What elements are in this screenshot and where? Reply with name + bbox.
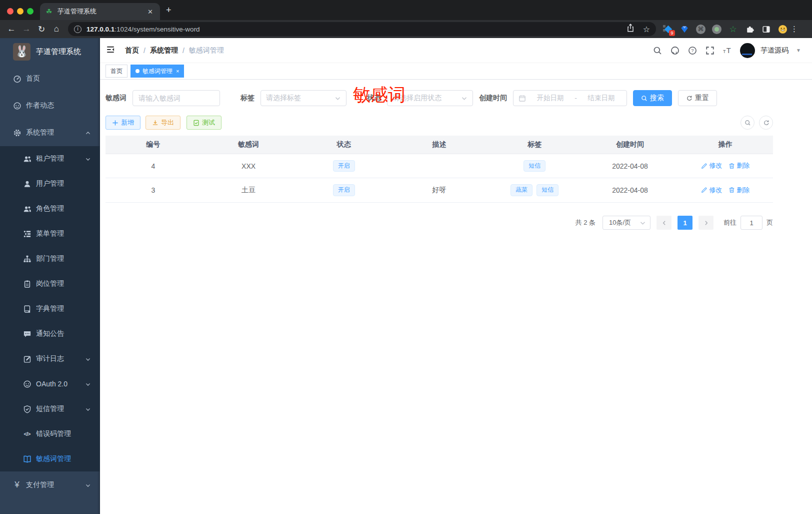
org-icon bbox=[22, 254, 32, 263]
page-number-button[interactable]: 1 bbox=[678, 216, 692, 230]
toggle-search-icon[interactable] bbox=[740, 116, 754, 130]
users-icon bbox=[22, 154, 32, 163]
share-icon[interactable] bbox=[626, 24, 635, 35]
extension-gem-icon[interactable] bbox=[680, 24, 690, 34]
tab-close-icon[interactable]: × bbox=[176, 68, 179, 74]
openbook-icon bbox=[22, 454, 32, 463]
table-header-cell: 状态 bbox=[296, 140, 392, 149]
address-bar[interactable]: i 127.0.0.1:1024/system/sensitive-word ☆ bbox=[68, 22, 656, 36]
sidebar-item-menu[interactable]: 菜单管理 bbox=[0, 221, 100, 246]
new-tab-button[interactable]: + bbox=[166, 5, 172, 15]
sidebar-fold-icon[interactable] bbox=[106, 45, 117, 56]
user-caret-icon[interactable]: ▼ bbox=[796, 48, 801, 53]
table-header-cell: 创建时间 bbox=[582, 140, 678, 149]
extension-star-icon[interactable]: ☆ bbox=[728, 24, 738, 34]
minimize-window-button[interactable] bbox=[17, 8, 24, 15]
refresh-table-icon[interactable] bbox=[759, 116, 773, 130]
export-button[interactable]: 导出 bbox=[146, 116, 180, 130]
gear-icon bbox=[12, 128, 22, 137]
tag-select[interactable]: 请选择标签 bbox=[260, 90, 346, 106]
sidebar-item-errcode[interactable]: </>错误码管理 bbox=[0, 421, 100, 446]
sidebar-item-post[interactable]: 岗位管理 bbox=[0, 271, 100, 296]
sidebar-item-tenant[interactable]: 租户管理 bbox=[0, 146, 100, 171]
table-header-row: 编号敏感词状态描述标签创建时间操作 bbox=[106, 136, 773, 154]
active-tab-dot bbox=[136, 69, 140, 73]
sidebar-item-dict[interactable]: 字典管理 bbox=[0, 296, 100, 321]
browser-menu-icon[interactable]: ⋮ bbox=[790, 25, 798, 34]
github-icon[interactable] bbox=[670, 46, 680, 56]
message-icon bbox=[22, 329, 32, 338]
font-size-icon[interactable]: TT bbox=[722, 46, 732, 56]
content: 敏感词 标签 请选择标签 状态 请选择启用状态 bbox=[100, 80, 812, 514]
profile-avatar-icon[interactable] bbox=[778, 24, 788, 34]
trash-icon bbox=[728, 187, 735, 193]
sidebar-item-oauth[interactable]: OAuth 2.0 bbox=[0, 371, 100, 396]
sidebar-item-user[interactable]: 用户管理 bbox=[0, 171, 100, 196]
search-button[interactable]: 搜索 bbox=[633, 90, 672, 106]
breadcrumb-system[interactable]: 系统管理 bbox=[150, 46, 178, 55]
sidebar-item-system[interactable]: 系统管理 bbox=[0, 119, 100, 146]
sidebar-item-pay[interactable]: ¥支付管理 bbox=[0, 471, 100, 498]
sidebar-item-notice[interactable]: 通知公告 bbox=[0, 321, 100, 346]
prev-page-button[interactable] bbox=[656, 216, 672, 230]
search-icon[interactable] bbox=[652, 46, 662, 56]
breadcrumb-home[interactable]: 首页 bbox=[125, 46, 139, 55]
tab-sensitive-word[interactable]: 敏感词管理 × bbox=[130, 65, 184, 78]
help-icon[interactable]: ? bbox=[688, 46, 698, 56]
goto-page-input[interactable] bbox=[740, 216, 762, 230]
delete-link[interactable]: 删除 bbox=[728, 186, 750, 195]
reset-button[interactable]: 重置 bbox=[678, 90, 717, 106]
bookmark-star-icon[interactable]: ☆ bbox=[643, 25, 650, 34]
table-header-cell: 敏感词 bbox=[201, 140, 296, 149]
sidebar-item-sensitive[interactable]: 敏感词管理 bbox=[0, 446, 100, 471]
forward-icon[interactable]: → bbox=[19, 24, 34, 34]
close-window-button[interactable] bbox=[7, 8, 14, 15]
sidebar-logo[interactable]: 🐰 芋道管理系统 bbox=[0, 38, 100, 65]
user-avatar[interactable] bbox=[740, 43, 755, 58]
sidebar-item-label: 错误码管理 bbox=[36, 429, 91, 438]
fullscreen-icon[interactable] bbox=[705, 46, 715, 56]
extensions-puzzle-icon[interactable] bbox=[744, 24, 754, 34]
sidebar-item-home[interactable]: 首页 bbox=[0, 65, 100, 92]
tab-close-icon[interactable]: ✕ bbox=[146, 7, 155, 17]
extension-diamond-icon[interactable]: 9 bbox=[663, 24, 673, 34]
extension-command-icon[interactable]: ⌘ bbox=[696, 25, 706, 34]
edit-link[interactable]: 修改 bbox=[701, 161, 722, 170]
sidebar-item-author[interactable]: 作者动态 bbox=[0, 92, 100, 119]
maximize-window-button[interactable] bbox=[27, 8, 34, 15]
reload-icon[interactable]: ↻ bbox=[34, 24, 49, 35]
delete-link[interactable]: 删除 bbox=[728, 161, 750, 170]
extension-recorder-icon[interactable] bbox=[712, 25, 722, 34]
table-header-cell: 描述 bbox=[392, 140, 487, 149]
date-separator: - bbox=[574, 94, 577, 102]
sidebar-item-audit[interactable]: 审计日志 bbox=[0, 346, 100, 371]
sidebar-menu: 首页作者动态系统管理租户管理用户管理角色管理菜单管理部门管理岗位管理字典管理通知… bbox=[0, 65, 100, 498]
chevron-down-icon bbox=[85, 156, 91, 162]
sidebar-item-role[interactable]: 角色管理 bbox=[0, 196, 100, 221]
pencil-icon bbox=[701, 163, 708, 169]
next-page-button[interactable] bbox=[698, 216, 714, 230]
site-info-icon[interactable]: i bbox=[74, 26, 82, 33]
app: 🐰 芋道管理系统 首页作者动态系统管理租户管理用户管理角色管理菜单管理部门管理岗… bbox=[0, 38, 812, 514]
cell-tags: 蔬菜短信 bbox=[487, 184, 582, 196]
browser-tab[interactable]: ☘ 芋道管理系统 ✕ bbox=[40, 3, 160, 20]
sidebar-item-dept[interactable]: 部门管理 bbox=[0, 246, 100, 271]
side-panel-icon[interactable] bbox=[761, 24, 771, 34]
home-icon[interactable]: ⌂ bbox=[49, 24, 64, 34]
tab-home[interactable]: 首页 bbox=[106, 65, 128, 78]
chat-icon bbox=[22, 379, 32, 388]
date-range-picker[interactable]: 开始日期 - 结束日期 bbox=[513, 90, 627, 106]
url-text: 127.0.0.1:1024/system/sensitive-word bbox=[86, 26, 200, 33]
add-button[interactable]: 新增 bbox=[106, 116, 140, 130]
sidebar-item-sms[interactable]: 短信管理 bbox=[0, 396, 100, 421]
username[interactable]: 芋道源码 bbox=[760, 46, 788, 55]
test-button[interactable]: 测试 bbox=[186, 116, 222, 130]
sidebar-item-label: 用户管理 bbox=[36, 179, 91, 188]
badge-icon bbox=[22, 279, 32, 288]
keyword-input[interactable] bbox=[138, 94, 214, 102]
back-icon[interactable]: ← bbox=[4, 24, 19, 34]
cell-status: 开启 bbox=[296, 184, 392, 196]
page-size-select[interactable]: 10条/页 bbox=[602, 216, 650, 230]
edit-link[interactable]: 修改 bbox=[701, 186, 722, 195]
breadcrumb-current: 敏感词管理 bbox=[189, 46, 224, 55]
